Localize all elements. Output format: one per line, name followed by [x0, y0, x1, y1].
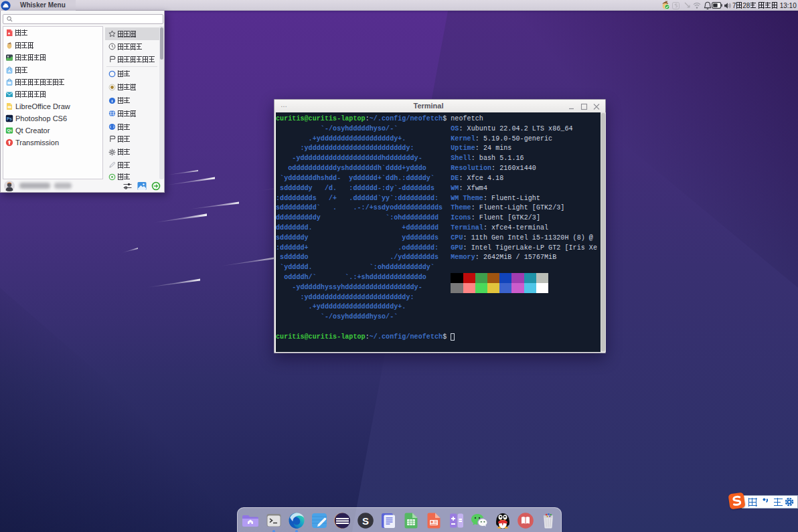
svg-text:Ps: Ps	[7, 116, 12, 120]
svg-text:Qt: Qt	[7, 128, 12, 132]
svg-text:S: S	[362, 515, 369, 527]
